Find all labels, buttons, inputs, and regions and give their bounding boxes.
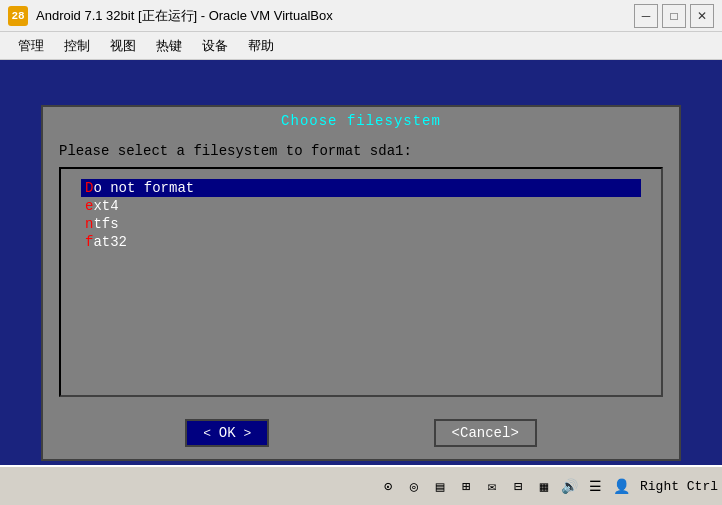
close-button[interactable]: ✕ xyxy=(690,4,714,28)
list-item-ext4[interactable]: ext4 xyxy=(81,197,641,215)
menu-control[interactable]: 控制 xyxy=(54,33,100,59)
taskbar-icon-1[interactable]: ⊙ xyxy=(376,474,400,498)
menu-hotkeys[interactable]: 热键 xyxy=(146,33,192,59)
window-controls: ─ □ ✕ xyxy=(634,4,714,28)
list-item-ntfs[interactable]: ntfs xyxy=(81,215,641,233)
taskbar-icon-5[interactable]: ✉ xyxy=(480,474,504,498)
minimize-button[interactable]: ─ xyxy=(634,4,658,28)
taskbar-icon-4[interactable]: ⊞ xyxy=(454,474,478,498)
dialog-title: Choose filesystem xyxy=(43,107,679,133)
taskbar-icon-2[interactable]: ◎ xyxy=(402,474,426,498)
menu-help[interactable]: 帮助 xyxy=(238,33,284,59)
window-title: Android 7.1 32bit [正在运行] - Oracle VM Vir… xyxy=(36,7,634,25)
taskbar-right-section: ⊙ ◎ ▤ ⊞ ✉ ⊟ ▦ 🔊 ☰ 👤 Right Ctrl xyxy=(376,474,718,498)
app-icon: 28 xyxy=(8,6,28,26)
taskbar: ⊙ ◎ ▤ ⊞ ✉ ⊟ ▦ 🔊 ☰ 👤 Right Ctrl xyxy=(0,465,722,505)
taskbar-icon-8[interactable]: 🔊 xyxy=(558,474,582,498)
title-bar: 28 Android 7.1 32bit [正在运行] - Oracle VM … xyxy=(0,0,722,32)
menu-manage[interactable]: 管理 xyxy=(8,33,54,59)
main-window: 28 Android 7.1 32bit [正在运行] - Oracle VM … xyxy=(0,0,722,505)
taskbar-icon-9[interactable]: ☰ xyxy=(584,474,608,498)
taskbar-icon-10[interactable]: 👤 xyxy=(610,474,634,498)
dialog-instruction: Please select a filesystem to format sda… xyxy=(59,143,663,159)
list-item-fat32[interactable]: fat32 xyxy=(81,233,641,251)
taskbar-icon-3[interactable]: ▤ xyxy=(428,474,452,498)
menu-devices[interactable]: 设备 xyxy=(192,33,238,59)
ok-button[interactable]: < OK > xyxy=(185,419,269,447)
maximize-button[interactable]: □ xyxy=(662,4,686,28)
dialog-buttons-area: < OK > <Cancel> xyxy=(43,407,679,459)
filesystem-list: Do not format ext4 ntfs fat32 xyxy=(59,167,663,397)
menu-view[interactable]: 视图 xyxy=(100,33,146,59)
right-ctrl-label: Right Ctrl xyxy=(640,479,718,494)
list-item-do-not-format[interactable]: Do not format xyxy=(81,179,641,197)
filesystem-dialog: Choose filesystem Please select a filesy… xyxy=(41,105,681,461)
cancel-button[interactable]: <Cancel> xyxy=(434,419,537,447)
taskbar-icon-7[interactable]: ▦ xyxy=(532,474,556,498)
taskbar-icon-6[interactable]: ⊟ xyxy=(506,474,530,498)
menu-bar: 管理 控制 视图 热键 设备 帮助 xyxy=(0,32,722,60)
vm-display-area: Choose filesystem Please select a filesy… xyxy=(0,60,722,505)
dialog-content: Please select a filesystem to format sda… xyxy=(43,133,679,407)
